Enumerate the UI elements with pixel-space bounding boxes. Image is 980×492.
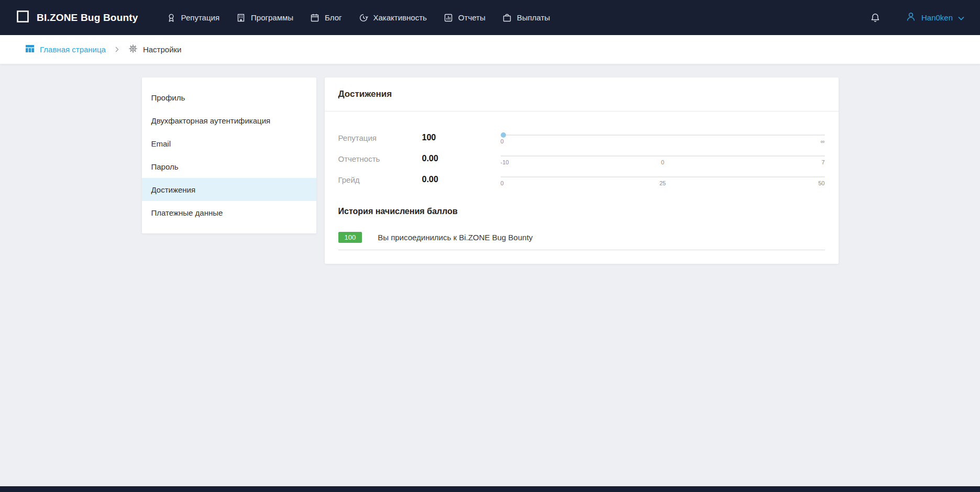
gauge-track (501, 135, 825, 136)
nav-item-label: Отчеты (458, 13, 486, 22)
nav-item-label: Репутация (181, 13, 219, 22)
reputation-icon (167, 13, 176, 23)
gauge-mid-label: 0 (661, 159, 664, 165)
breadcrumb-current-label: Настройки (143, 45, 182, 54)
reports-icon (444, 13, 453, 23)
sidebar-item-label: Пароль (151, 162, 179, 171)
breadcrumb-home-label[interactable]: Главная страница (40, 45, 106, 54)
metric-value: 0.00 (422, 175, 501, 184)
sidebar-item-two-factor[interactable]: Двухфакторная аутентификация (142, 109, 316, 132)
bizone-logo-icon (16, 9, 30, 26)
top-navigation: BI.ZONE Bug Bounty Репутация Программы (0, 0, 980, 35)
sidebar-item-label: Email (151, 139, 171, 148)
metric-label: Отчетность (338, 154, 422, 163)
nav-item-label: Выплаты (517, 13, 550, 22)
content-area: Профиль Двухфакторная аутентификация Ema… (0, 64, 980, 264)
chevron-down-icon (958, 13, 964, 23)
grade-gauge: 0 25 50 (501, 172, 825, 187)
nav-right: Han0ken (870, 12, 964, 24)
sidebar-item-label: Профиль (151, 93, 185, 102)
user-menu[interactable]: Han0ken (906, 12, 964, 24)
hackactivity-icon (359, 13, 368, 23)
notifications-bell-icon[interactable] (870, 13, 880, 23)
gauge-max-label: ∞ (821, 138, 825, 144)
metric-row-reputation: Репутация 100 0 ∞ (338, 127, 825, 148)
history-section-title: История начисления баллов (325, 193, 839, 216)
nav-item-label: Программы (251, 13, 293, 22)
sidebar-item-label: Достижения (151, 185, 196, 194)
nav-item-payouts[interactable]: Выплаты (494, 7, 558, 29)
gauge-max-label: 50 (818, 180, 824, 186)
breadcrumb-home-link[interactable]: Главная страница (25, 44, 106, 55)
gauge-min-label: 0 (501, 138, 504, 144)
nav-item-reports[interactable]: Отчеты (435, 7, 494, 29)
payouts-icon (502, 13, 512, 23)
history-entry: 100 Вы присоединились к Bi.ZONE Bug Boun… (338, 232, 825, 250)
sidebar-item-payment-details[interactable]: Платежные данные (142, 201, 316, 224)
metric-row-grade: Грейд 0.00 0 25 50 (338, 169, 825, 190)
brand-name: BI.ZONE Bug Bounty (37, 12, 138, 24)
home-grid-icon (25, 44, 35, 55)
breadcrumb-separator-icon (115, 47, 119, 52)
gauge-track (501, 155, 825, 156)
user-icon (906, 12, 916, 24)
history-entry-text: Вы присоединились к Bi.ZONE Bug Bounty (378, 233, 533, 242)
points-badge: 100 (338, 232, 362, 243)
achievements-panel: Достижения Репутация 100 0 ∞ Отчетность (325, 77, 839, 264)
blog-icon (310, 13, 320, 23)
sidebar-item-label: Двухфакторная аутентификация (151, 116, 271, 125)
sidebar-item-password[interactable]: Пароль (142, 155, 316, 178)
username: Han0ken (921, 13, 953, 22)
metric-value: 0.00 (422, 154, 501, 163)
nav-item-programs[interactable]: Программы (228, 7, 302, 29)
reporting-gauge: -10 0 7 (501, 151, 825, 166)
gauge-max-label: 7 (821, 159, 824, 165)
gauge-min-label: 0 (501, 180, 504, 186)
metric-label: Репутация (338, 133, 422, 142)
sidebar-item-profile[interactable]: Профиль (142, 86, 316, 109)
sidebar-item-email[interactable]: Email (142, 132, 316, 155)
metric-row-reporting: Отчетность 0.00 -10 0 7 (338, 148, 825, 169)
metric-value: 100 (422, 133, 501, 142)
gauge-mid-label: 25 (659, 180, 666, 186)
gauge-track (501, 176, 825, 177)
breadcrumb-current: Настройки (128, 44, 182, 55)
nav-item-blog[interactable]: Блог (302, 7, 350, 29)
gauge-marker (501, 132, 506, 138)
gear-icon (128, 44, 138, 55)
nav-item-label: Блог (325, 13, 342, 22)
nav-item-hackactivity[interactable]: Хакактивность (350, 7, 435, 29)
brand[interactable]: BI.ZONE Bug Bounty (16, 9, 138, 26)
breadcrumb: Главная страница Настройки (0, 35, 980, 64)
gauge-min-label: -10 (501, 159, 509, 165)
nav-items: Репутация Программы Блог (158, 7, 558, 29)
reputation-gauge: 0 ∞ (501, 130, 825, 146)
settings-sidebar: Профиль Двухфакторная аутентификация Ema… (142, 77, 316, 233)
sidebar-item-label: Платежные данные (151, 208, 223, 217)
sidebar-item-achievements[interactable]: Достижения (142, 178, 316, 201)
programs-icon (236, 13, 246, 23)
metric-label: Грейд (338, 175, 422, 184)
nav-item-reputation[interactable]: Репутация (158, 7, 228, 29)
footer-strip (0, 486, 980, 492)
nav-item-label: Хакактивность (373, 13, 427, 22)
panel-title: Достижения (325, 77, 839, 111)
metrics-section: Репутация 100 0 ∞ Отчетность 0.00 (325, 111, 839, 193)
